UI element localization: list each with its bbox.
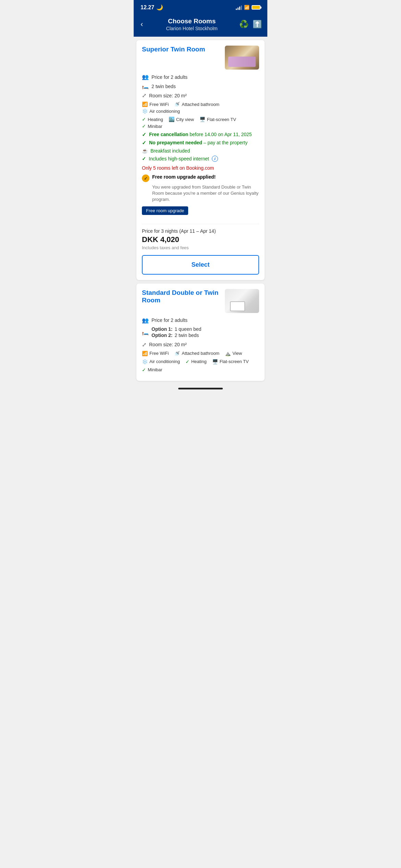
breakfast-row: ☕ Breakfast included xyxy=(142,148,259,154)
amenity-minibar: ✓ Minibar xyxy=(142,123,162,129)
room-title-standard: Standard Double or Twin Room xyxy=(142,289,221,304)
home-indicator xyxy=(178,388,223,389)
heating-label-standard: Heating xyxy=(191,359,207,364)
amenity-bathroom-standard: 🚿 Attached bathroom xyxy=(174,351,219,356)
guests-row-superior: 👥 Price for 2 adults xyxy=(142,74,259,80)
minibar-icon: ✓ xyxy=(142,123,146,129)
amenities-row-1-superior: 📶 Free WiFi 🚿 Attached bathroom ❄️ Air c… xyxy=(142,101,259,114)
option1-label: Option 1: xyxy=(151,326,172,332)
time-display: 12.27 xyxy=(141,4,154,11)
breakfast-label: Breakfast included xyxy=(150,148,190,154)
amenity-tv-standard: 🖥️ Flat-screen TV xyxy=(212,359,249,364)
amenities-row-1-standard: 📶 Free WiFi 🚿 Attached bathroom ⛰️ View xyxy=(142,351,259,356)
no-prepayment-row: ✓ No prepayment needed – pay at the prop… xyxy=(142,140,259,146)
ac-icon-standard: ❄️ xyxy=(142,359,148,364)
amenity-ac-label: Air conditioning xyxy=(149,109,180,114)
amenity-wifi-label: Free WiFi xyxy=(149,102,169,107)
size-label-superior: Room size: 20 m² xyxy=(149,93,187,98)
guests-row-standard: 👥 Price for 2 adults xyxy=(142,317,259,324)
header-actions: ♻️ ⬆️ xyxy=(239,20,262,29)
minibar-label-standard: Minibar xyxy=(148,367,162,372)
size-icon-standard: ⤢ xyxy=(142,341,146,348)
minibar-icon-standard: ✓ xyxy=(142,367,146,373)
free-cancellation-row: ✓ Free cancellation before 14.00 on Apr … xyxy=(142,132,259,138)
page-title: Choose Rooms xyxy=(144,17,239,25)
breakfast-icon: ☕ xyxy=(142,148,148,154)
view-icon-standard: ⛰️ xyxy=(225,351,231,356)
amenity-cityview: 🏙️ City view xyxy=(169,117,194,122)
checkmark-prepayment: ✓ xyxy=(142,140,146,146)
moon-icon: 🌙 xyxy=(156,4,163,11)
price-label-superior: Price for 3 nights (Apr 11 – Apr 14) xyxy=(142,228,259,234)
size-label-standard: Room size: 20 m² xyxy=(149,342,187,347)
price-note-superior: Includes taxes and fees xyxy=(142,245,259,250)
standard-double-twin-card: Standard Double or Twin Room 👥 Price for… xyxy=(136,284,265,381)
info-icon[interactable]: i xyxy=(212,156,218,162)
guests-icon-standard: 👥 xyxy=(142,317,149,324)
bed-options-row: 🛏️ Option 1: 1 queen bed Option 2: 2 twi… xyxy=(142,326,259,339)
beds-label-superior: 2 twin beds xyxy=(151,84,176,89)
cityview-icon: 🏙️ xyxy=(169,117,174,122)
amenity-heating-label: Heating xyxy=(148,117,163,122)
wifi-amenity-icon: 📶 xyxy=(142,101,148,107)
size-row-standard: ⤢ Room size: 20 m² xyxy=(142,341,259,348)
room-image-standard[interactable] xyxy=(225,289,259,313)
amenity-heating-standard: ✓ Heating xyxy=(185,359,207,364)
amenity-wifi-standard: 📶 Free WiFi xyxy=(142,351,169,356)
hotel-name: Clarion Hotel Stockholm xyxy=(144,26,239,31)
status-bar: 12.27 🌙 📶 xyxy=(134,0,267,13)
heating-icon-standard: ✓ xyxy=(185,359,190,364)
wifi-icon-standard: 📶 xyxy=(142,351,148,356)
option2-value: 2 twin beds xyxy=(174,333,199,338)
upgrade-badge: Free room upgrade xyxy=(142,206,188,215)
tv-label-standard: Flat-screen TV xyxy=(220,359,249,364)
upgrade-description: You were upgraded from Standard Double o… xyxy=(152,184,259,203)
amenity-wifi: 📶 Free WiFi xyxy=(142,101,169,107)
room-header-standard: Standard Double or Twin Room xyxy=(142,289,259,313)
amenity-tv: 🖥️ Flat-screen TV xyxy=(199,117,236,122)
upgrade-title: Free room upgrade applied! xyxy=(152,174,216,180)
guests-icon: 👥 xyxy=(142,74,149,80)
header: ‹ Choose Rooms Clarion Hotel Stockholm ♻… xyxy=(134,13,267,37)
amenity-ac-standard: ❄️ Air conditioning xyxy=(142,359,180,364)
select-button-superior[interactable]: Select xyxy=(142,255,259,275)
share-icon[interactable]: ⬆️ xyxy=(253,20,262,29)
amenities-row-3-standard: ✓ Minibar xyxy=(142,367,259,373)
free-cancellation-text: Free cancellation before 14.00 on Apr 11… xyxy=(149,132,252,137)
upgrade-icon: ✓ xyxy=(142,174,149,182)
size-icon: ⤢ xyxy=(142,92,146,99)
checkmark-internet: ✓ xyxy=(142,156,146,161)
bed-icon: 🛏️ xyxy=(142,83,149,89)
amenity-bathroom: 🚿 Attached bathroom xyxy=(174,101,219,107)
bathroom-label-standard: Attached bathroom xyxy=(182,351,219,356)
price-amount-superior: DKK 4,020 xyxy=(142,235,259,244)
tv-icon: 🖥️ xyxy=(199,117,205,122)
option2-label: Option 2: xyxy=(151,333,172,338)
option1-row: Option 1: 1 queen bed xyxy=(151,326,201,332)
size-row-superior: ⤢ Room size: 20 m² xyxy=(142,92,259,99)
battery-icon xyxy=(252,5,260,10)
internet-row: ✓ Includes high-speed internet i xyxy=(142,156,259,162)
option2-row: Option 2: 2 twin beds xyxy=(151,333,201,338)
option1-value: 1 queen bed xyxy=(174,326,201,332)
amenity-minibar-standard: ✓ Minibar xyxy=(142,367,162,373)
ac-label-standard: Air conditioning xyxy=(149,359,180,364)
tv-icon-standard: 🖥️ xyxy=(212,359,218,364)
room-image-superior[interactable] xyxy=(225,46,259,70)
amenity-minibar-label: Minibar xyxy=(148,124,162,129)
bathroom-icon-standard: 🚿 xyxy=(174,351,180,356)
internet-label: Includes high-speed internet xyxy=(149,156,209,161)
heating-icon: ✓ xyxy=(142,117,146,122)
signal-icon xyxy=(236,5,242,10)
view-label-standard: View xyxy=(232,351,242,356)
bathroom-icon: 🚿 xyxy=(174,101,180,107)
wifi-label-standard: Free WiFi xyxy=(149,351,169,356)
back-button[interactable]: ‹ xyxy=(139,19,144,30)
divider xyxy=(142,224,259,224)
guests-label-standard: Price for 2 adults xyxy=(151,317,187,323)
upgrade-row: ✓ Free room upgrade applied! xyxy=(142,174,259,182)
loyalty-icon[interactable]: ♻️ xyxy=(239,20,248,29)
room-header-superior: Superior Twin Room xyxy=(142,46,259,70)
amenity-heating: ✓ Heating xyxy=(142,117,163,122)
wifi-icon: 📶 xyxy=(244,5,250,10)
